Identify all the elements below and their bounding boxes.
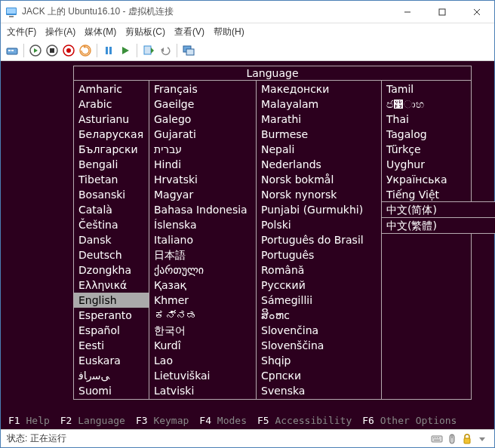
language-item[interactable]: Latviski — [149, 383, 256, 398]
language-item[interactable]: Български — [74, 142, 149, 157]
language-item[interactable]: Bosanski — [74, 187, 149, 202]
language-item[interactable]: Nepali — [257, 142, 381, 157]
reset-icon[interactable] — [78, 44, 92, 57]
language-item[interactable]: Қазақ — [149, 278, 256, 293]
language-item[interactable]: Lietuviškai — [149, 368, 256, 383]
enhanced-session-icon[interactable] — [182, 44, 195, 57]
language-item[interactable]: Română — [257, 262, 381, 278]
language-item[interactable]: Italiano — [149, 232, 256, 247]
language-item[interactable]: Polski — [257, 217, 381, 232]
language-item[interactable]: English — [74, 293, 149, 308]
language-item[interactable]: Español — [74, 323, 149, 338]
language-item[interactable]: Dansk — [74, 232, 149, 247]
language-item[interactable]: Bahasa Indonesia — [149, 202, 256, 217]
menu-clipboard[interactable]: 剪贴板(C) — [125, 26, 165, 38]
language-item[interactable]: 한국어 — [149, 323, 256, 338]
language-item[interactable]: Suomi — [74, 383, 149, 398]
fkey-item[interactable]: F1 Help — [8, 415, 50, 426]
language-item[interactable]: Íslenska — [149, 217, 256, 232]
revert-icon[interactable] — [158, 44, 172, 57]
language-item[interactable]: Беларуская — [74, 127, 149, 142]
language-item[interactable]: Македонски — [257, 81, 381, 97]
language-item[interactable]: Galego — [149, 112, 256, 127]
language-item[interactable]: Punjabi (Gurmukhi) — [257, 202, 381, 217]
shutdown-icon[interactable] — [62, 44, 75, 57]
menu-view[interactable]: 查看(V) — [174, 26, 204, 38]
language-item[interactable]: Català — [74, 202, 149, 217]
turnoff-icon[interactable] — [45, 44, 59, 57]
language-item[interactable]: ສິ๐ຫс — [257, 308, 381, 323]
language-item[interactable]: Svenska — [257, 383, 381, 398]
menu-media[interactable]: 媒体(M) — [85, 26, 116, 38]
ctrl-alt-del-icon[interactable] — [5, 44, 19, 57]
language-item[interactable]: Русский — [257, 278, 381, 293]
language-item[interactable]: Burmese — [257, 127, 381, 142]
language-item[interactable]: Norsk nynorsk — [257, 187, 381, 202]
language-item[interactable]: Српски — [257, 368, 381, 383]
language-item[interactable]: ಕನ್ನಡ — [149, 308, 256, 323]
language-item[interactable]: Čeština — [74, 217, 149, 232]
language-item[interactable]: Ελληνικά — [74, 278, 149, 293]
play-icon[interactable] — [118, 44, 132, 57]
language-item[interactable]: 中文(繁體) — [382, 217, 495, 234]
language-item[interactable]: Kurdî — [149, 338, 256, 353]
language-item[interactable]: Gujarati — [149, 127, 256, 142]
menu-help[interactable]: 帮助(H) — [214, 26, 244, 38]
fkey-item[interactable]: F3 Keymap — [136, 415, 189, 426]
fkey-item[interactable]: F6 Other Options — [362, 415, 457, 426]
language-item[interactable]: Deutsch — [74, 247, 149, 262]
language-item[interactable]: Shqip — [257, 353, 381, 368]
language-item[interactable]: Arabic — [74, 97, 149, 112]
language-item[interactable]: Thai — [382, 112, 471, 127]
language-item[interactable]: Nederlands — [257, 157, 381, 172]
language-item[interactable]: Türkçe — [382, 142, 471, 157]
language-item[interactable]: Asturianu — [74, 112, 149, 127]
language-item[interactable]: Tamil — [382, 81, 471, 97]
language-item[interactable]: Norsk bokmål — [257, 172, 381, 187]
language-item[interactable]: Lao — [149, 353, 256, 368]
fkey-item[interactable]: F4 Modes — [199, 415, 247, 426]
language-item[interactable]: Slovenčina — [257, 323, 381, 338]
chevron-down-icon[interactable] — [476, 433, 488, 445]
language-item[interactable]: Français — [149, 81, 256, 97]
language-item[interactable]: Português do Brasil — [257, 232, 381, 247]
language-item[interactable]: Tibetan — [74, 172, 149, 187]
language-item[interactable]: Magyar — [149, 187, 256, 202]
language-item[interactable]: Dzongkha — [74, 262, 149, 278]
language-item[interactable]: Malayalam — [257, 97, 381, 112]
language-item[interactable]: ﻰﺳﺭﺎﻓ — [74, 368, 149, 383]
close-button[interactable] — [460, 1, 494, 23]
language-item[interactable]: Khmer — [149, 293, 256, 308]
language-item[interactable]: Gaeilge — [149, 97, 256, 112]
language-item[interactable]: 中文(简体) — [382, 201, 495, 218]
language-item[interactable]: Sámegillii — [257, 293, 381, 308]
language-item[interactable]: Slovenščina — [257, 338, 381, 353]
language-item[interactable]: Hrvatski — [149, 172, 256, 187]
language-item[interactable]: Euskara — [74, 353, 149, 368]
maximize-button[interactable] — [425, 1, 460, 23]
language-item[interactable]: Українська — [382, 172, 471, 187]
menu-action[interactable]: 操作(A) — [45, 26, 75, 38]
menu-file[interactable]: 文件(F) — [7, 26, 36, 38]
pause-icon[interactable] — [102, 44, 115, 57]
language-item[interactable]: Uyghur — [382, 157, 471, 172]
svg-marker-11 — [34, 48, 38, 53]
language-item[interactable]: 日本語 — [149, 247, 256, 262]
language-item[interactable]: Português — [257, 247, 381, 262]
language-item[interactable]: ජ෹ාහ — [382, 97, 471, 112]
language-item[interactable]: Marathi — [257, 112, 381, 127]
start-icon[interactable] — [29, 44, 42, 57]
language-item[interactable]: Tagalog — [382, 127, 471, 142]
fkey-item[interactable]: F5 Accessibility — [257, 415, 352, 426]
fkey-item[interactable]: F2 Language — [60, 415, 125, 426]
language-item[interactable]: Bengali — [74, 157, 149, 172]
language-item[interactable]: עברית — [149, 142, 256, 157]
checkpoint-icon[interactable] — [142, 44, 155, 57]
language-item[interactable]: ქართული — [149, 262, 256, 278]
minimize-button[interactable] — [390, 1, 425, 23]
language-item[interactable]: Hindi — [149, 157, 256, 172]
language-item[interactable]: Amharic — [74, 81, 149, 97]
language-item[interactable]: Tiếng Việt — [382, 187, 471, 202]
language-item[interactable]: Esperanto — [74, 308, 149, 323]
language-item[interactable]: Eesti — [74, 338, 149, 353]
